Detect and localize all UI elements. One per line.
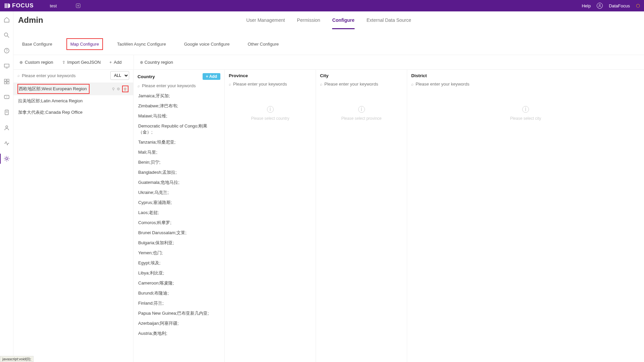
tab-external-data-source[interactable]: External Data Source [367, 17, 411, 29]
topbar: FOCUS test Help DataFocus ⬡ [0, 0, 644, 11]
country-item[interactable]: Finland;芬兰; [133, 298, 224, 308]
custom-region-button[interactable]: ⊕ Custom region [19, 60, 53, 65]
country-item[interactable]: Cyprus;塞浦路斯; [133, 198, 224, 208]
country-item[interactable]: Brunei Darussalam;文莱; [133, 228, 224, 238]
svg-rect-15 [7, 82, 9, 84]
help-link[interactable]: Help [582, 3, 591, 8]
country-item[interactable]: Austria;奥地利; [133, 328, 224, 339]
country-item[interactable]: Laos;老挝; [133, 208, 224, 218]
search-icon: ⌕ [138, 84, 140, 88]
main-area: Admin User Management Permission Configu… [13, 11, 644, 362]
search-icon[interactable] [4, 32, 10, 38]
toolbar-right: ⊕ Country region [134, 60, 179, 65]
add-button[interactable]: + Add [109, 60, 121, 65]
left-sidebar: ? [0, 11, 13, 362]
settings-icon[interactable] [4, 156, 10, 162]
district-search[interactable]: ⌕ [411, 82, 640, 87]
svg-rect-13 [7, 79, 9, 81]
country-item[interactable]: Tanzania;坦桑尼亚; [133, 137, 224, 147]
country-search[interactable]: ⌕ [138, 83, 220, 88]
city-search-input[interactable] [324, 82, 403, 87]
question-icon[interactable]: ? [4, 48, 10, 54]
region-filter-select[interactable]: ALL [110, 71, 129, 80]
tab-user-management[interactable]: User Management [246, 17, 285, 29]
svg-point-5 [599, 4, 601, 6]
country-search-input[interactable] [142, 83, 220, 88]
district-search-input[interactable] [416, 82, 640, 87]
region-search-input[interactable] [22, 73, 108, 78]
city-search[interactable]: ⌕ [320, 82, 403, 87]
clipboard-icon[interactable] [4, 109, 10, 115]
import-geojson-button[interactable]: ⇪ Import GeoJSON [62, 60, 101, 65]
svg-line-7 [7, 36, 9, 38]
district-search-row: ⌕ [407, 80, 644, 89]
svg-rect-10 [4, 64, 9, 67]
country-item[interactable]: Malawi;马拉维; [133, 111, 224, 121]
district-empty: i Please select city [407, 89, 644, 121]
city-header: City [316, 70, 407, 80]
country-item[interactable]: Ukraine;乌克兰; [133, 188, 224, 198]
country-item[interactable]: Zimbabwe;津巴布韦; [133, 101, 224, 111]
svg-text:?: ? [6, 49, 8, 53]
subtab-other-configure[interactable]: Other Configure [244, 38, 283, 50]
province-header: Province [225, 70, 316, 80]
country-item[interactable]: Papua New Guinea;巴布亚新几内亚; [133, 308, 224, 318]
info-icon: i [358, 106, 365, 113]
pin-icon[interactable]: ⚲ [112, 87, 115, 91]
country-region-button[interactable]: ⊕ Country region [140, 60, 173, 65]
plus-icon: + [109, 60, 112, 65]
country-item[interactable]: Democratic Republic of Congo;刚果（金）; [133, 121, 224, 137]
user-icon[interactable] [4, 125, 10, 131]
country-search-row: ⌕ [133, 82, 224, 91]
folder-icon[interactable] [4, 94, 10, 100]
user-avatar-icon[interactable] [597, 3, 603, 9]
province-empty-text: Please select country [251, 116, 289, 121]
grid-icon[interactable] [4, 79, 10, 85]
new-tab-button[interactable] [75, 3, 81, 9]
region-item-label: 加拿大代表处;Canada Rep Office [18, 109, 83, 115]
country-item[interactable]: Bangladesh;孟加拉; [133, 167, 224, 177]
district-column: District ⌕ i Please select city [407, 70, 644, 362]
home-icon[interactable] [4, 17, 10, 23]
region-item[interactable]: 拉美地区部;Latin America Region [13, 95, 133, 107]
subtab-base-configure[interactable]: Base Configure [18, 38, 56, 50]
country-item[interactable]: Mali;马里; [133, 147, 224, 157]
country-item[interactable]: Azerbaijan;阿塞拜疆; [133, 318, 224, 328]
monitor-icon[interactable] [4, 63, 10, 69]
region-item-label: 拉美地区部;Latin America Region [18, 98, 83, 104]
country-item[interactable]: Comoros;科摩罗; [133, 218, 224, 228]
country-item[interactable]: Egypt;埃及; [133, 258, 224, 268]
add-country-button[interactable]: +Add [203, 73, 220, 80]
country-item[interactable]: Burundi;布隆迪; [133, 288, 224, 298]
tab-configure[interactable]: Configure [332, 17, 355, 29]
import-icon: ⇪ [62, 60, 65, 65]
country-item[interactable]: Guatemala;危地马拉; [133, 177, 224, 188]
region-item[interactable]: 西欧地区部;West European Region ⚲ ⚙ 🗑 [13, 83, 133, 95]
tab-permission[interactable]: Permission [297, 17, 320, 29]
country-item[interactable]: Benin;贝宁; [133, 157, 224, 167]
user-name[interactable]: DataFocus [609, 3, 630, 8]
country-item[interactable]: Libya;利比亚; [133, 268, 224, 278]
country-list[interactable]: Jamaica;牙买加;Zimbabwe;津巴布韦;Malawi;马拉维;Dem… [133, 91, 224, 362]
region-search[interactable]: ⌕ [17, 73, 108, 78]
gear-icon[interactable]: ⚙ [117, 87, 120, 91]
subtab-map-configure[interactable]: Map Configure [66, 38, 103, 50]
workspace-tab[interactable]: test [50, 3, 57, 8]
trash-icon[interactable]: 🗑 [122, 86, 128, 92]
country-item[interactable]: Cameroon;喀麦隆; [133, 278, 224, 288]
city-label: City [320, 73, 329, 78]
custom-region-column: ⌕ ALL 西欧地区部;West European Region ⚲ ⚙ 🗑 [13, 70, 133, 362]
activity-icon[interactable] [4, 140, 10, 146]
search-icon: ⌕ [17, 73, 20, 78]
country-label: Country [138, 74, 155, 79]
district-label: District [411, 73, 427, 78]
subtab-taowen-async[interactable]: TaoWen Async Configure [113, 38, 170, 50]
subtab-google-voice[interactable]: Google voice Configure [180, 38, 234, 50]
country-item[interactable]: Yemen;也门; [133, 248, 224, 258]
province-search-input[interactable] [233, 82, 312, 87]
country-item[interactable]: Jamaica;牙买加; [133, 91, 224, 101]
info-icon: i [522, 106, 529, 113]
country-item[interactable]: Bulgaria;保加利亚; [133, 238, 224, 248]
region-item[interactable]: 加拿大代表处;Canada Rep Office [13, 107, 133, 118]
province-search[interactable]: ⌕ [229, 82, 312, 87]
